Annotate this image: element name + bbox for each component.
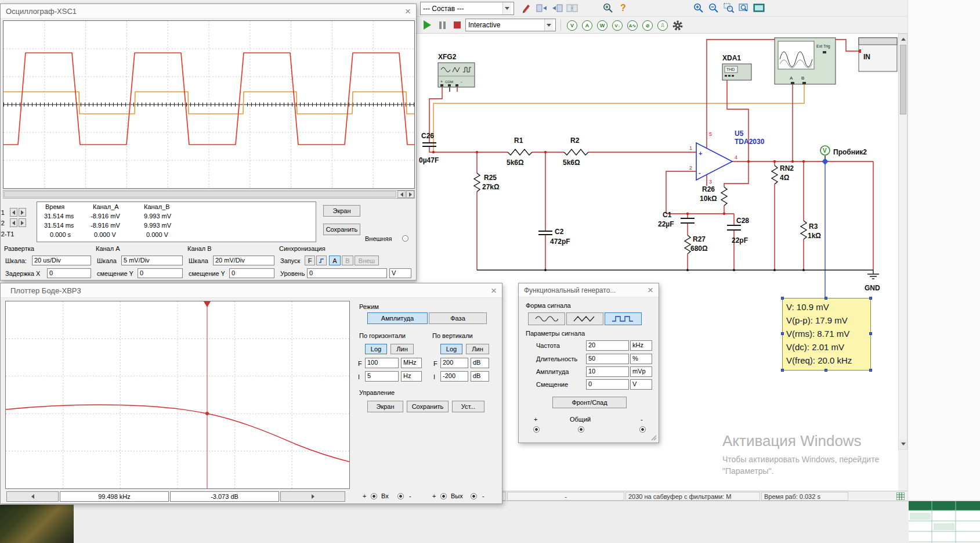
channel-b-scale-field[interactable]: 20 mV/Div <box>213 256 274 265</box>
vertical-i-unit[interactable]: dB <box>471 371 489 382</box>
trigger-level-field[interactable]: 0 <box>307 268 387 278</box>
scope-scroll-left-button[interactable] <box>397 190 406 198</box>
bode-settings-button[interactable]: Уст... <box>452 401 484 412</box>
zoom-in-button[interactable] <box>692 1 706 15</box>
vertical-f-unit[interactable]: dB <box>471 358 489 368</box>
selection-handle[interactable] <box>781 297 784 300</box>
vertical-f-field[interactable]: 200 <box>440 358 468 368</box>
bode-screen-button[interactable]: Экран <box>367 401 403 412</box>
vertical-i-field[interactable]: -200 <box>440 371 468 382</box>
amplitude-field[interactable]: 10 <box>586 366 629 377</box>
horizontal-log-button[interactable]: Log <box>365 344 387 354</box>
ac-probe-button[interactable]: A∿ <box>625 19 639 33</box>
instrument-oscilloscope-icon[interactable]: Ext Trig A B <box>775 38 836 84</box>
phase-button[interactable]: Фаза <box>429 312 487 324</box>
cursor-t2-right-button[interactable] <box>19 218 26 227</box>
selection-handle[interactable] <box>824 297 827 300</box>
bode-titlebar[interactable]: Плоттер Боде-XBP3 × <box>1 283 502 298</box>
scroll-up-button[interactable] <box>899 35 907 44</box>
capacitor-c2[interactable]: C2 472pF <box>538 228 570 246</box>
power-probe-button[interactable]: W <box>595 19 609 33</box>
oscilloscope-scrollbar[interactable] <box>3 190 415 199</box>
in-plus-terminal[interactable] <box>371 493 377 499</box>
capacitor-c28[interactable]: C28 22pF <box>727 217 749 244</box>
horizontal-i-unit[interactable]: Hz <box>401 371 422 382</box>
out-minus-terminal[interactable] <box>471 493 477 499</box>
selection-handle[interactable] <box>781 332 784 335</box>
spreadsheet-view-icon[interactable] <box>896 492 905 500</box>
resistor-r25[interactable]: R25 27kΩ <box>474 173 500 192</box>
zoom-area-button[interactable] <box>722 1 736 15</box>
channel-a-ypos-field[interactable]: 0 <box>138 268 183 278</box>
timebase-scale-field[interactable]: 20 us/Div <box>32 256 91 265</box>
trigger-a-button[interactable]: A <box>329 256 341 265</box>
trigger-b-button[interactable]: B <box>342 256 353 265</box>
selection-handle[interactable] <box>781 369 784 372</box>
in-minus-terminal[interactable] <box>397 493 404 499</box>
triangle-wave-button[interactable] <box>566 312 603 325</box>
horizontal-f-field[interactable]: 100 <box>365 358 399 368</box>
amplitude-unit[interactable]: mVp <box>630 366 652 377</box>
stop-button[interactable] <box>450 18 464 32</box>
timebase-xpos-field[interactable]: 0 <box>47 268 91 278</box>
fullscreen-button[interactable] <box>752 1 766 15</box>
scope-screen-button[interactable]: Экран <box>323 205 360 217</box>
selection-handle[interactable] <box>869 297 872 300</box>
fungen-common-terminal[interactable] <box>578 426 584 433</box>
instrument-in[interactable]: IN <box>859 38 897 71</box>
zoom-out-button[interactable] <box>707 1 721 15</box>
voltage-probe-2[interactable]: V Пробник2 <box>820 146 867 165</box>
resistor-r27[interactable]: R27 680Ω <box>685 235 708 254</box>
horizontal-lin-button[interactable]: Лин <box>390 344 414 354</box>
ref-probe-button[interactable]: ⊘ <box>641 19 654 33</box>
opamp-u5-tda2030[interactable]: + - U5 TDA2030 1 2 4 5 3 <box>689 130 765 185</box>
instrument-xda1[interactable]: XDA1 THD <box>722 54 751 80</box>
digital-probe-button[interactable]: ⎍ <box>656 19 670 33</box>
cursor-t1-right-button[interactable] <box>19 208 26 217</box>
selection-handle[interactable] <box>869 369 872 372</box>
voltage-probe-button[interactable]: V <box>565 19 579 33</box>
resistor-rn2[interactable]: RN2 4Ω <box>772 164 794 184</box>
scroll-down-button[interactable] <box>899 440 907 448</box>
import-data-button[interactable] <box>550 1 564 15</box>
ground-symbol[interactable]: GND <box>865 284 880 292</box>
horizontal-f-unit[interactable]: MHz <box>401 358 422 368</box>
postprocessor-button[interactable] <box>565 1 579 15</box>
selection-handle[interactable] <box>869 332 872 335</box>
cursor-t2-left-button[interactable] <box>10 218 17 227</box>
wire-ground[interactable] <box>450 87 879 279</box>
probe-pen-button[interactable] <box>519 1 533 15</box>
scroll-thumb[interactable] <box>900 45 906 114</box>
horizontal-i-field[interactable]: 5 <box>365 371 399 382</box>
edge-settings-button[interactable]: Фронт/Спад <box>552 397 627 408</box>
square-wave-button[interactable] <box>605 312 642 325</box>
capacitor-c26[interactable]: C26 0µ47F <box>419 132 439 164</box>
close-icon[interactable]: × <box>648 285 653 295</box>
scope-save-button[interactable]: Сохранить <box>323 224 360 235</box>
vertical-log-button[interactable]: Log <box>440 344 462 354</box>
zoom-fit-button[interactable] <box>737 1 751 15</box>
trigger-f-button[interactable]: F <box>305 256 315 265</box>
trigger-ext-button[interactable]: Внеш <box>355 256 379 265</box>
offset-unit[interactable]: V <box>630 379 652 390</box>
sine-wave-button[interactable] <box>528 312 565 325</box>
fungen-minus-terminal[interactable] <box>639 426 646 433</box>
probe-readout-box[interactable]: V: 10.9 mV V(p-p): 17.9 mV V(rms): 8.71 … <box>782 298 871 371</box>
trigger-level-unit[interactable]: V <box>389 268 411 278</box>
duty-field[interactable]: 50 <box>586 354 629 364</box>
frequency-unit[interactable]: kHz <box>630 340 652 351</box>
cursor-left-button[interactable] <box>6 491 59 502</box>
selection-handle[interactable] <box>824 369 827 372</box>
duty-unit[interactable]: % <box>630 354 652 364</box>
channel-a-scale-field[interactable]: 5 mV/Div <box>121 256 183 265</box>
cursor-right-button[interactable] <box>280 491 345 502</box>
close-icon[interactable]: × <box>491 286 497 296</box>
channel-b-ypos-field[interactable]: 0 <box>229 268 274 278</box>
scope-scroll-right-button[interactable] <box>406 190 414 198</box>
out-plus-terminal[interactable] <box>440 493 447 499</box>
find-examples-button[interactable] <box>601 1 615 15</box>
trigger-edge-button[interactable] <box>316 256 327 265</box>
vertical-scrollbar[interactable] <box>898 34 907 449</box>
resize-grip-icon[interactable] <box>650 434 657 441</box>
scope-scroll-thumb[interactable] <box>4 191 396 197</box>
